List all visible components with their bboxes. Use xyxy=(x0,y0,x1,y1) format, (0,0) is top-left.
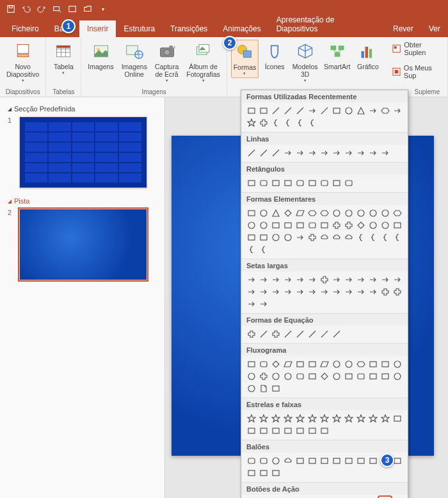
shape-arrow[interactable] xyxy=(257,285,269,298)
shape-line[interactable] xyxy=(294,104,306,116)
shape-arrow[interactable] xyxy=(269,285,282,298)
tab-animations[interactable]: Animações xyxy=(215,20,268,37)
shape-cloud[interactable] xyxy=(318,231,330,243)
shape-circ[interactable] xyxy=(379,219,391,231)
shape-brace[interactable] xyxy=(355,231,367,243)
shape-star[interactable] xyxy=(342,412,355,424)
shape-diam[interactable] xyxy=(269,358,282,370)
shape-arrow[interactable] xyxy=(245,298,257,310)
shape-rect[interactable] xyxy=(245,177,257,189)
tab-slideshow[interactable]: Apresentação de Diapositivos xyxy=(269,12,385,37)
shape-arrow[interactable] xyxy=(257,273,269,285)
shape-rrect[interactable] xyxy=(306,219,318,231)
shape-cloud[interactable] xyxy=(282,454,294,467)
shape-circ[interactable] xyxy=(391,358,403,370)
shape-rrect[interactable] xyxy=(294,177,306,189)
tab-file[interactable]: Ficheiro xyxy=(4,20,47,37)
shape-rect[interactable] xyxy=(391,219,403,231)
shape-star[interactable] xyxy=(269,412,282,424)
shape-hex[interactable] xyxy=(391,207,403,219)
shape-rrect[interactable] xyxy=(245,454,257,467)
shape-arrow[interactable] xyxy=(318,285,330,298)
shape-arrow[interactable] xyxy=(379,273,391,285)
shape-arrow[interactable] xyxy=(330,147,342,159)
shape-rect[interactable] xyxy=(342,454,355,467)
photo-album-button[interactable]: Álbum de Fotografias ▾ xyxy=(184,40,223,84)
shape-paral[interactable] xyxy=(318,358,330,370)
get-addins-button[interactable]: Obter Suplen xyxy=(392,40,444,58)
slide-thumb-2[interactable] xyxy=(19,209,147,280)
shape-rect[interactable] xyxy=(282,219,294,231)
shape-brace[interactable] xyxy=(257,243,269,255)
shape-plus[interactable] xyxy=(257,370,269,382)
shape-star[interactable] xyxy=(355,412,367,424)
shape-line[interactable] xyxy=(282,104,294,116)
shape-rrect[interactable] xyxy=(257,454,269,467)
shape-rect[interactable] xyxy=(306,177,318,189)
undo-icon[interactable] xyxy=(19,2,33,16)
shape-arrow[interactable] xyxy=(306,104,318,116)
shape-rect[interactable] xyxy=(391,412,403,424)
shape-rrect[interactable] xyxy=(257,358,269,370)
shape-line[interactable] xyxy=(318,104,330,116)
shape-rect[interactable] xyxy=(367,454,379,467)
shape-arrow[interactable] xyxy=(342,147,355,159)
shape-diam[interactable] xyxy=(318,370,330,382)
shape-brace[interactable] xyxy=(282,116,294,129)
shape-rect[interactable] xyxy=(257,104,269,116)
shape-circ[interactable] xyxy=(245,382,257,394)
shape-circ[interactable] xyxy=(355,207,367,219)
shape-arrow[interactable] xyxy=(355,273,367,285)
shape-rect[interactable] xyxy=(367,358,379,370)
shape-star[interactable] xyxy=(245,412,257,424)
shape-rect[interactable] xyxy=(257,424,269,437)
shape-rect[interactable] xyxy=(257,231,269,243)
shape-plus[interactable] xyxy=(306,231,318,243)
shape-hex[interactable] xyxy=(355,358,367,370)
shape-star[interactable] xyxy=(257,412,269,424)
shape-plus[interactable] xyxy=(245,328,257,340)
shape-circ[interactable] xyxy=(269,370,282,382)
shape-diam[interactable] xyxy=(355,219,367,231)
shape-arrow[interactable] xyxy=(342,273,355,285)
shape-tri[interactable] xyxy=(269,207,282,219)
chart-button[interactable]: Gráfico xyxy=(355,40,381,72)
shape-rect[interactable] xyxy=(282,177,294,189)
shape-plus[interactable] xyxy=(269,328,282,340)
shape-arrow[interactable] xyxy=(342,285,355,298)
shape-arrow[interactable] xyxy=(330,273,342,285)
shape-line[interactable] xyxy=(318,328,330,340)
shape-brace[interactable] xyxy=(379,231,391,243)
shape-paral[interactable] xyxy=(294,207,306,219)
shape-plus[interactable] xyxy=(391,285,403,298)
shape-rect[interactable] xyxy=(355,454,367,467)
shape-circ[interactable] xyxy=(342,104,355,116)
shape-star[interactable] xyxy=(318,412,330,424)
shape-arrow[interactable] xyxy=(257,298,269,310)
shape-line[interactable] xyxy=(282,328,294,340)
screenshot-button[interactable]: + Captura de Ecrã ▾ xyxy=(152,40,181,84)
shape-rect[interactable] xyxy=(269,177,282,189)
shape-star[interactable] xyxy=(330,412,342,424)
shape-tri[interactable] xyxy=(355,104,367,116)
shape-arrow[interactable] xyxy=(355,147,367,159)
3d-models-button[interactable]: Modelos 3D ▾ xyxy=(291,40,319,84)
shape-arrow[interactable] xyxy=(355,285,367,298)
shape-rect[interactable] xyxy=(306,454,318,467)
shape-star[interactable] xyxy=(379,412,391,424)
tab-transitions[interactable]: Transições xyxy=(163,20,215,37)
shape-plus[interactable] xyxy=(379,285,391,298)
shape-circ[interactable] xyxy=(330,370,342,382)
shape-brace[interactable] xyxy=(269,116,282,129)
shape-rect[interactable] xyxy=(306,370,318,382)
customize-qat-icon[interactable]: ▾ xyxy=(96,2,110,16)
shape-plus[interactable] xyxy=(318,273,330,285)
folder-icon[interactable] xyxy=(81,2,95,16)
shape-circ[interactable] xyxy=(245,219,257,231)
shape-arrow[interactable] xyxy=(269,273,282,285)
shape-line[interactable] xyxy=(269,104,282,116)
shape-rect[interactable] xyxy=(245,207,257,219)
icons-button[interactable]: Ícones xyxy=(261,40,288,72)
shape-circ[interactable] xyxy=(379,207,391,219)
shape-rect[interactable] xyxy=(367,370,379,382)
